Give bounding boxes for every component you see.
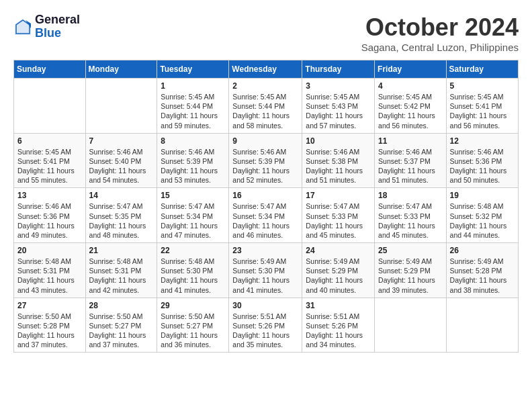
calendar-cell: 20Sunrise: 5:48 AM Sunset: 5:31 PM Dayli… [14,243,86,298]
calendar-cell: 18Sunrise: 5:47 AM Sunset: 5:33 PM Dayli… [375,188,447,243]
day-info: Sunrise: 5:46 AM Sunset: 5:38 PM Dayligh… [306,147,371,185]
weekday-header-row: SundayMondayTuesdayWednesdayThursdayFrid… [14,60,519,79]
day-info: Sunrise: 5:49 AM Sunset: 5:30 PM Dayligh… [232,257,298,295]
day-number: 13 [17,191,82,200]
day-info: Sunrise: 5:50 AM Sunset: 5:28 PM Dayligh… [17,312,82,350]
day-number: 28 [89,301,154,310]
weekday-header-monday: Monday [85,60,157,79]
calendar-cell: 11Sunrise: 5:46 AM Sunset: 5:37 PM Dayli… [375,133,447,188]
calendar-cell [375,298,447,353]
logo: General Blue [13,13,80,40]
day-info: Sunrise: 5:45 AM Sunset: 5:44 PM Dayligh… [232,92,298,130]
calendar-cell: 25Sunrise: 5:49 AM Sunset: 5:29 PM Dayli… [375,243,447,298]
day-info: Sunrise: 5:45 AM Sunset: 5:41 PM Dayligh… [450,92,515,130]
day-info: Sunrise: 5:47 AM Sunset: 5:33 PM Dayligh… [378,201,443,240]
day-number: 22 [161,246,225,255]
day-number: 6 [17,136,82,146]
day-number: 17 [306,191,371,200]
day-number: 21 [89,246,154,255]
weekday-header-wednesday: Wednesday [229,60,302,79]
calendar-cell [14,79,86,134]
day-number: 16 [232,191,298,200]
day-number: 18 [378,191,443,200]
day-info: Sunrise: 5:48 AM Sunset: 5:31 PM Dayligh… [17,257,82,295]
title-area: October 2024 Sagana, Central Luzon, Phil… [361,13,519,53]
day-number: 8 [161,136,225,146]
calendar-cell: 1Sunrise: 5:45 AM Sunset: 5:44 PM Daylig… [157,79,229,134]
weekday-header-sunday: Sunday [14,60,86,79]
calendar-cell: 19Sunrise: 5:48 AM Sunset: 5:32 PM Dayli… [446,188,518,243]
calendar-cell: 31Sunrise: 5:51 AM Sunset: 5:26 PM Dayli… [302,298,375,353]
day-number: 25 [378,246,443,255]
day-number: 2 [232,81,298,91]
calendar-cell: 26Sunrise: 5:49 AM Sunset: 5:28 PM Dayli… [446,243,518,298]
calendar-cell: 21Sunrise: 5:48 AM Sunset: 5:31 PM Dayli… [85,243,157,298]
calendar-cell: 22Sunrise: 5:48 AM Sunset: 5:30 PM Dayli… [157,243,229,298]
day-number: 11 [378,136,443,146]
calendar-table: SundayMondayTuesdayWednesdayThursdayFrid… [13,60,519,353]
calendar-cell [85,79,157,134]
calendar-cell: 30Sunrise: 5:51 AM Sunset: 5:26 PM Dayli… [229,298,302,353]
day-info: Sunrise: 5:48 AM Sunset: 5:31 PM Dayligh… [89,257,154,295]
day-number: 19 [450,191,515,200]
day-number: 27 [17,301,82,310]
calendar-cell: 4Sunrise: 5:45 AM Sunset: 5:42 PM Daylig… [375,79,447,134]
calendar-cell: 9Sunrise: 5:46 AM Sunset: 5:39 PM Daylig… [229,133,302,188]
calendar-week-row: 13Sunrise: 5:46 AM Sunset: 5:36 PM Dayli… [14,188,519,243]
day-number: 30 [232,301,298,310]
day-info: Sunrise: 5:45 AM Sunset: 5:44 PM Dayligh… [161,92,225,130]
calendar-cell: 5Sunrise: 5:45 AM Sunset: 5:41 PM Daylig… [446,79,518,134]
calendar-cell: 2Sunrise: 5:45 AM Sunset: 5:44 PM Daylig… [229,79,302,134]
day-info: Sunrise: 5:49 AM Sunset: 5:29 PM Dayligh… [378,257,443,295]
page-header: General Blue October 2024 Sagana, Centra… [13,13,519,53]
calendar-cell: 7Sunrise: 5:46 AM Sunset: 5:40 PM Daylig… [85,133,157,188]
day-number: 26 [450,246,515,255]
day-info: Sunrise: 5:46 AM Sunset: 5:36 PM Dayligh… [17,201,82,240]
svg-marker-0 [15,19,31,35]
day-info: Sunrise: 5:49 AM Sunset: 5:29 PM Dayligh… [306,257,371,295]
calendar-cell: 24Sunrise: 5:49 AM Sunset: 5:29 PM Dayli… [302,243,375,298]
day-info: Sunrise: 5:46 AM Sunset: 5:39 PM Dayligh… [232,147,298,185]
day-number: 29 [161,301,225,310]
location-text: Sagana, Central Luzon, Philippines [361,42,519,53]
day-number: 3 [306,81,371,91]
day-info: Sunrise: 5:48 AM Sunset: 5:32 PM Dayligh… [450,201,515,240]
month-title: October 2024 [361,13,519,42]
calendar-cell: 29Sunrise: 5:50 AM Sunset: 5:27 PM Dayli… [157,298,229,353]
calendar-cell: 17Sunrise: 5:47 AM Sunset: 5:33 PM Dayli… [302,188,375,243]
logo-general-text: General [35,13,80,27]
weekday-header-friday: Friday [375,60,447,79]
day-info: Sunrise: 5:49 AM Sunset: 5:28 PM Dayligh… [450,257,515,295]
day-info: Sunrise: 5:46 AM Sunset: 5:40 PM Dayligh… [89,147,154,185]
calendar-week-row: 6Sunrise: 5:45 AM Sunset: 5:41 PM Daylig… [14,133,519,188]
calendar-cell: 12Sunrise: 5:46 AM Sunset: 5:36 PM Dayli… [446,133,518,188]
day-number: 7 [89,136,154,146]
day-number: 12 [450,136,515,146]
day-info: Sunrise: 5:47 AM Sunset: 5:33 PM Dayligh… [306,201,371,240]
calendar-cell [446,298,518,353]
logo-icon [13,17,32,36]
day-info: Sunrise: 5:46 AM Sunset: 5:36 PM Dayligh… [450,147,515,185]
day-info: Sunrise: 5:47 AM Sunset: 5:35 PM Dayligh… [89,201,154,240]
day-info: Sunrise: 5:45 AM Sunset: 5:43 PM Dayligh… [306,92,371,130]
weekday-header-tuesday: Tuesday [157,60,229,79]
day-number: 24 [306,246,371,255]
day-number: 5 [450,81,515,91]
calendar-cell: 8Sunrise: 5:46 AM Sunset: 5:39 PM Daylig… [157,133,229,188]
day-info: Sunrise: 5:47 AM Sunset: 5:34 PM Dayligh… [232,201,298,240]
calendar-cell: 16Sunrise: 5:47 AM Sunset: 5:34 PM Dayli… [229,188,302,243]
day-number: 15 [161,191,225,200]
day-number: 31 [306,301,371,310]
day-number: 4 [378,81,443,91]
day-info: Sunrise: 5:45 AM Sunset: 5:41 PM Dayligh… [17,147,82,185]
day-info: Sunrise: 5:51 AM Sunset: 5:26 PM Dayligh… [232,312,298,350]
day-info: Sunrise: 5:48 AM Sunset: 5:30 PM Dayligh… [161,257,225,295]
calendar-week-row: 27Sunrise: 5:50 AM Sunset: 5:28 PM Dayli… [14,298,519,353]
day-number: 10 [306,136,371,146]
day-info: Sunrise: 5:50 AM Sunset: 5:27 PM Dayligh… [161,312,225,350]
weekday-header-saturday: Saturday [446,60,518,79]
logo-blue-text: Blue [35,27,80,40]
day-info: Sunrise: 5:46 AM Sunset: 5:39 PM Dayligh… [161,147,225,185]
day-info: Sunrise: 5:46 AM Sunset: 5:37 PM Dayligh… [378,147,443,185]
day-number: 14 [89,191,154,200]
